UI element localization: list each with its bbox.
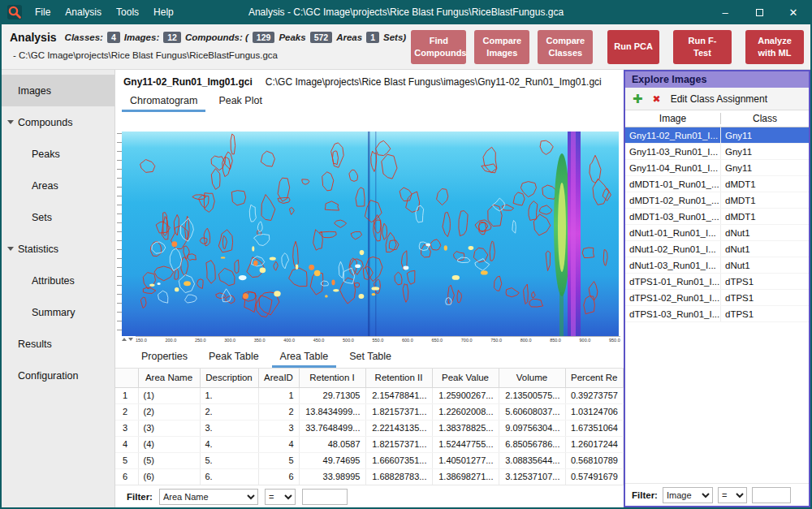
sidebar-item-images[interactable]: Images: [2, 75, 114, 106]
column-header-volume[interactable]: Volume: [499, 369, 565, 387]
column-header-retention-ii[interactable]: Retention II: [365, 369, 432, 387]
column-header-retention-i[interactable]: Retention I: [299, 369, 365, 387]
image-row[interactable]: Gny11-02_Run01_I...Gny11: [625, 127, 809, 144]
class-cell: dMDT1: [721, 196, 809, 205]
find-compounds-button[interactable]: Find Compounds: [411, 30, 466, 64]
table-row[interactable]: 6(6)6.633.989951.68828783...1.38698271..…: [115, 468, 624, 485]
cell: 1.82157371...: [365, 436, 432, 452]
menu-bar: FileAnalysisToolsHelp: [28, 0, 181, 24]
axis-tick-label: 900.0: [580, 338, 591, 343]
image-row[interactable]: dNut1-03_Run01_I...dNut1: [625, 257, 809, 274]
hot-spot: [403, 266, 408, 270]
maximize-button[interactable]: [742, 0, 776, 24]
class-cell: dTPS1: [721, 309, 809, 319]
sidebar-item-label: Images: [18, 85, 51, 97]
menu-tools[interactable]: Tools: [109, 0, 146, 24]
axis-tick-label: 600.0: [402, 338, 413, 343]
class-cell: dTPS1: [721, 293, 809, 303]
sidebar-item-areas[interactable]: Areas: [2, 170, 114, 201]
axis-scroll-down-icon[interactable]: [128, 338, 133, 341]
main-filter-value-input[interactable]: [302, 489, 348, 505]
explore-filter-value-input[interactable]: [752, 487, 791, 503]
sidebar-item-compounds[interactable]: Compounds: [2, 106, 114, 138]
tab-chromatogram[interactable]: Chromatogram: [122, 92, 205, 112]
analyze-with-ml-button[interactable]: Analyze with ML: [745, 30, 804, 64]
run-f-test-button[interactable]: Run F-Test: [673, 30, 732, 64]
compare-images-button[interactable]: Compare Images: [474, 30, 529, 64]
sidebar-item-sets[interactable]: Sets: [2, 201, 114, 233]
hot-spot: [149, 284, 154, 287]
cell: 5: [258, 452, 299, 468]
image-row[interactable]: dMDT1-03_Run01_...dMDT1: [625, 209, 809, 225]
delete-image-icon[interactable]: ✖: [653, 94, 661, 104]
image-row[interactable]: Gny11-03_Run01_I...Gny11: [625, 144, 809, 160]
tab-properties[interactable]: Properties: [133, 347, 196, 368]
main-filter-op-select[interactable]: =: [265, 489, 296, 505]
hot-spot: [243, 293, 248, 299]
axis-tick-label: 400.0: [283, 338, 295, 343]
run-pca-button[interactable]: Run PCA: [607, 30, 659, 64]
row-number-header: [115, 369, 138, 387]
table-row[interactable]: 2(2)2.213.8434999...1.82157371...1.22602…: [115, 403, 624, 420]
image-name-cell: dMDT1-03_Run01_...: [625, 209, 721, 224]
stats-text: Areas: [336, 32, 362, 42]
menu-help[interactable]: Help: [146, 0, 181, 24]
tab-peak-table[interactable]: Peak Table: [201, 347, 267, 368]
area-table: Area NameDescriptionAreaIDRetention IRet…: [115, 369, 624, 485]
compare-classes-button[interactable]: Compare Classes: [538, 30, 593, 64]
tab-peak-plot[interactable]: Peak Plot: [210, 92, 270, 112]
image-row[interactable]: Gny11-04_Run01_I...Gny11: [625, 160, 809, 176]
sidebar-item-results[interactable]: Results: [2, 328, 114, 360]
axis-scroll-up-icon[interactable]: [122, 338, 127, 341]
sidebar-item-statistics[interactable]: Statistics: [2, 233, 114, 265]
column-header-area-name[interactable]: Area Name: [138, 369, 200, 387]
table-row[interactable]: 5(5)5.549.746951.66607351...1.40501277..…: [115, 452, 624, 468]
add-image-icon[interactable]: ✚: [633, 93, 643, 105]
image-row[interactable]: dNut1-01_Run01_I...dNut1: [625, 225, 809, 241]
image-row[interactable]: dTPS1-03_Run01_I...dTPS1: [625, 306, 809, 322]
explore-filter-op-select[interactable]: =: [718, 487, 747, 503]
sidebar-item-configuration[interactable]: Configuration: [2, 360, 114, 391]
column-header-percent-re[interactable]: Percent Re: [565, 369, 624, 387]
sidebar-item-peaks[interactable]: Peaks: [2, 138, 114, 170]
tab-area-table[interactable]: Area Table: [272, 347, 337, 368]
image-column-header[interactable]: Image: [625, 113, 721, 124]
explore-filter-field-select[interactable]: Image: [663, 487, 713, 503]
table-row[interactable]: 1(1)1.129.713052.15478841...1.25900267..…: [115, 387, 624, 403]
table-row[interactable]: 3(3)3.333.7648499...2.22143135...1.38378…: [115, 420, 624, 436]
tab-set-table[interactable]: Set Table: [341, 347, 400, 368]
axis-tick-label: 150.0: [136, 338, 147, 343]
axis-tick-label: 300.0: [224, 338, 235, 343]
image-row[interactable]: dTPS1-01_Run01_I...dTPS1: [625, 274, 809, 290]
menu-file[interactable]: File: [28, 0, 58, 24]
minimize-button[interactable]: –: [708, 0, 742, 24]
image-row[interactable]: dMDT1-02_Run01_...dMDT1: [625, 192, 809, 209]
sidebar-item-attributes[interactable]: Attributes: [2, 265, 114, 296]
sidebar-item-summary[interactable]: Summary: [2, 296, 114, 328]
class-cell: dTPS1: [721, 277, 809, 287]
column-header-peak-value[interactable]: Peak Value: [432, 369, 499, 387]
edit-class-assignment-button[interactable]: Edit Class Assignment: [671, 93, 767, 105]
hot-spot: [252, 246, 254, 251]
close-button[interactable]: ✕: [776, 0, 810, 24]
chromatogram-plot[interactable]: [122, 132, 619, 336]
cell: 33.98995: [299, 468, 365, 485]
explore-panel-title: Explore Images: [625, 71, 809, 88]
red-buttons: Run PCARun F-TestAnalyze with ML: [607, 30, 804, 64]
image-row[interactable]: dTPS1-02_Run01_I...dTPS1: [625, 290, 809, 306]
column-header-areaid[interactable]: AreaID: [258, 369, 299, 387]
image-row[interactable]: dMDT1-01_Run01_...dMDT1: [625, 176, 809, 192]
main-filter-field-select[interactable]: Area Name: [159, 489, 258, 505]
image-row[interactable]: dNut1-02_Run01_I...dNut1: [625, 241, 809, 257]
class-cell: Gny11: [721, 163, 809, 173]
green-plume-core: [558, 183, 566, 272]
class-column-header[interactable]: Class: [721, 113, 809, 124]
hot-spot: [270, 257, 276, 260]
menu-analysis[interactable]: Analysis: [58, 0, 109, 24]
table-row[interactable]: 4(4)4.448.05871.82157371...1.52447755...…: [115, 436, 624, 452]
hot-spot: [184, 281, 191, 286]
x-axis-ticks: 150.0200.0250.0300.0350.0400.0450.0500.0…: [136, 336, 620, 343]
column-header-description[interactable]: Description: [200, 369, 258, 387]
filter-label: Filter:: [127, 492, 153, 502]
stats-badge: 12: [163, 32, 181, 43]
